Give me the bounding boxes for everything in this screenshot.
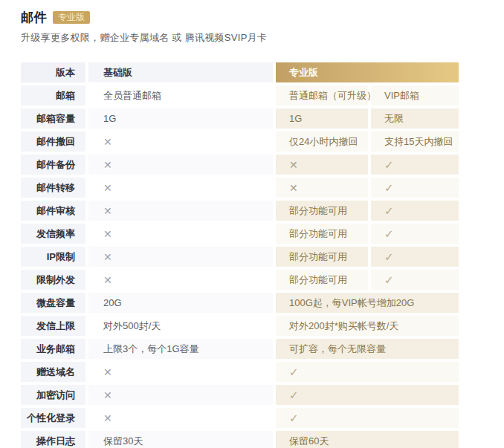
row-label: 邮箱 bbox=[21, 85, 85, 105]
row-label: 操作日志 bbox=[21, 431, 85, 448]
row-label: 发信频率 bbox=[21, 224, 85, 244]
basic-cell: 全员普通邮箱 bbox=[88, 85, 273, 105]
pro-cell-span: ✓ bbox=[276, 385, 459, 405]
row-label: 个性化登录 bbox=[21, 408, 85, 428]
pro-cell-vip: ✓ bbox=[371, 201, 459, 221]
basic-cell: 保留30天 bbox=[88, 431, 273, 448]
pricing-comparison-page: 邮件 专业版 升级享更多权限，赠企业专属域名 或 腾讯视频SVIP月卡 版本 基… bbox=[0, 0, 504, 448]
basic-cell: ✕ bbox=[88, 270, 273, 290]
row-label: 限制外发 bbox=[21, 270, 85, 290]
basic-cell: ✕ bbox=[88, 247, 273, 267]
pro-cell-span: 对外200封*购买帐号数/天 bbox=[276, 316, 459, 336]
pro-cell-standard: 部分功能可用 bbox=[276, 270, 368, 290]
basic-cell: ✕ bbox=[88, 178, 273, 198]
page-header: 邮件 专业版 bbox=[21, 8, 504, 26]
pro-cell-standard: 部分功能可用 bbox=[276, 201, 368, 221]
basic-cell: ✕ bbox=[88, 362, 273, 382]
pro-cell-span: ✓ bbox=[276, 362, 459, 382]
pro-cell-vip: ✓ bbox=[371, 155, 459, 175]
row-label: 邮件备份 bbox=[21, 155, 85, 175]
basic-cell: ✕ bbox=[88, 224, 273, 244]
pro-cell-vip: 支持15天内撤回 bbox=[371, 132, 459, 152]
pro-cell-standard: ✕ bbox=[276, 155, 368, 175]
pro-cell-span: 可扩容，每个无限容量 bbox=[276, 339, 459, 359]
upgrade-subtitle: 升级享更多权限，赠企业专属域名 或 腾讯视频SVIP月卡 bbox=[21, 31, 504, 45]
pro-cell-standard: 1G bbox=[276, 108, 368, 129]
pro-cell-span: ✓ bbox=[276, 408, 459, 428]
pro-cell-standard: 仅24小时内撤回 bbox=[276, 132, 368, 152]
header-version-label: 版本 bbox=[21, 62, 85, 82]
basic-cell: ✕ bbox=[88, 132, 273, 152]
pro-cell-vip: VIP邮箱 bbox=[371, 85, 459, 105]
page-title: 邮件 bbox=[21, 9, 47, 26]
pro-badge: 专业版 bbox=[53, 11, 90, 24]
header-pro-edition: 专业版 bbox=[276, 62, 459, 82]
pro-cell-vip: 无限 bbox=[371, 108, 459, 129]
basic-cell: ✕ bbox=[88, 201, 273, 221]
pro-cell-span: 100G起，每VIP帐号增加20G bbox=[276, 293, 459, 313]
basic-cell: 对外500封/天 bbox=[88, 316, 273, 336]
comparison-table: 版本 基础版 专业版 邮箱全员普通邮箱普通邮箱（可升级）VIP邮箱邮箱容量1G1… bbox=[21, 62, 462, 448]
pro-cell-vip: ✓ bbox=[371, 247, 459, 267]
pro-cell-standard: 部分功能可用 bbox=[276, 247, 368, 267]
row-label: 赠送域名 bbox=[21, 362, 85, 382]
pro-cell-standard: 普通邮箱（可升级） bbox=[276, 85, 368, 105]
pro-cell-standard: 部分功能可用 bbox=[276, 224, 368, 244]
pro-cell-vip: ✓ bbox=[371, 270, 459, 290]
basic-cell: 20G bbox=[88, 293, 273, 313]
basic-cell: 上限3个，每个1G容量 bbox=[88, 339, 273, 359]
basic-cell: ✕ bbox=[88, 155, 273, 175]
row-label: 邮件审核 bbox=[21, 201, 85, 221]
row-label: 邮件转移 bbox=[21, 178, 85, 198]
basic-cell: ✕ bbox=[88, 408, 273, 428]
row-label: 邮箱容量 bbox=[21, 108, 85, 129]
basic-cell: ✕ bbox=[88, 385, 273, 405]
pro-cell-vip: ✓ bbox=[371, 178, 459, 198]
pro-cell-standard: ✕ bbox=[276, 178, 368, 198]
pro-cell-vip: ✓ bbox=[371, 224, 459, 244]
row-label: 邮件撤回 bbox=[21, 132, 85, 152]
header-basic-edition: 基础版 bbox=[88, 62, 273, 82]
pro-cell-span: 保留60天 bbox=[276, 431, 459, 448]
row-label: 业务邮箱 bbox=[21, 339, 85, 359]
row-label: 加密访问 bbox=[21, 385, 85, 405]
row-label: 微盘容量 bbox=[21, 293, 85, 313]
row-label: IP限制 bbox=[21, 247, 85, 267]
row-label: 发信上限 bbox=[21, 316, 85, 336]
basic-cell: 1G bbox=[88, 108, 273, 129]
